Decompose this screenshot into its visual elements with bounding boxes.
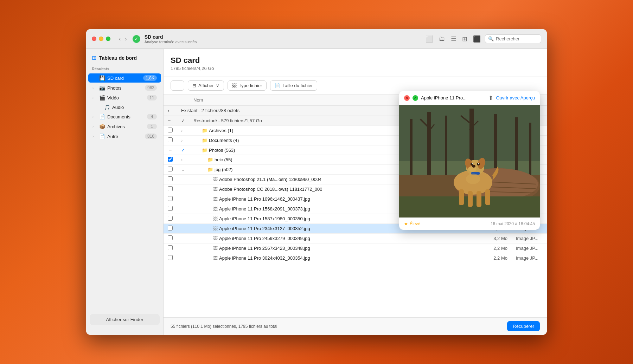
content-header: SD card 1795 fichiers/4,26 Go xyxy=(164,49,547,77)
main-content: ⊞ Tableau de bord Résultats 💾 SD card 1,… xyxy=(86,49,547,335)
show-finder-button[interactable]: Afficher sur Finder xyxy=(90,314,160,325)
content-subtitle: 1795 fichiers/4,26 Go xyxy=(171,66,540,71)
row-size: 3,2 Mo xyxy=(484,234,512,243)
grid-icon-btn[interactable]: ⊞ xyxy=(461,34,469,44)
taille-fichier-label: Taille du fichier xyxy=(282,83,313,88)
sidebar-item-video[interactable]: › 🎬 Vidéo 11 xyxy=(88,93,161,102)
search-icon: 🔍 xyxy=(488,36,494,41)
sidebar-sd-label: SD card xyxy=(107,76,141,81)
afficher-button[interactable]: ⊟ Afficher ∨ xyxy=(188,80,224,91)
chevron-icon: › xyxy=(92,96,97,100)
video-icon: 🎬 xyxy=(99,95,105,100)
row-checkbox[interactable] xyxy=(168,137,173,142)
other-icon: 📄 xyxy=(99,134,105,139)
preview-popup: ✕ ✓ Apple iPhone 11 Pro... ⬆ Ouvrir avec… xyxy=(399,91,540,230)
sidebar-item-documents[interactable]: › 📄 Documents 4 xyxy=(88,112,161,121)
svg-rect-4 xyxy=(445,116,447,182)
image-icon: 🖼 xyxy=(213,206,218,212)
back-button[interactable]: ‹ xyxy=(117,35,122,43)
folder-icon: 📁 xyxy=(207,167,213,172)
preview-image-container xyxy=(399,105,540,217)
maximize-button[interactable] xyxy=(106,37,110,41)
search-input[interactable] xyxy=(496,36,538,41)
row-checkbox[interactable] xyxy=(168,245,173,250)
verified-icon: ✓ xyxy=(133,35,140,43)
type-fichier-button[interactable]: 🖼 Type fichier xyxy=(228,80,267,91)
audio-icon: 🎵 xyxy=(104,104,110,110)
row-checkbox[interactable] xyxy=(168,206,173,211)
row-checkbox[interactable] xyxy=(168,176,173,181)
folder-icon: 📁 xyxy=(202,138,207,143)
sidebar-item-sd-card[interactable]: 💾 SD card 1,8K xyxy=(88,73,161,83)
row-checkbox[interactable] xyxy=(168,235,173,240)
table-row: 🖼Apple iPhone 11 Pro 3024x4032_000354.jp… xyxy=(164,253,547,263)
collapse-button[interactable]: − xyxy=(168,118,171,123)
image-icon: 🖼 xyxy=(213,236,218,241)
sidebar-other-count: 816 xyxy=(145,134,157,139)
sidebar-photos-count: 963 xyxy=(145,85,157,91)
sidebar-video-count: 11 xyxy=(147,95,157,100)
row-checkbox[interactable] xyxy=(168,216,173,221)
preview-image xyxy=(399,105,540,217)
preview-open-button[interactable]: Ouvrir avec Aperçu xyxy=(496,95,535,100)
panel-icon-btn[interactable]: ⬛ xyxy=(472,34,482,44)
sidebar: ⊞ Tableau de bord Résultats 💾 SD card 1,… xyxy=(86,49,164,335)
chevron-icon: › xyxy=(92,115,97,119)
svg-rect-8 xyxy=(529,123,531,179)
sd-card-icon: 💾 xyxy=(99,75,105,81)
row-checkbox[interactable] xyxy=(168,167,173,171)
image-icon: 🖼 xyxy=(213,177,218,182)
sidebar-header: ⊞ Tableau de bord xyxy=(86,54,163,65)
preview-share-button[interactable]: ⬆ xyxy=(488,95,493,101)
svg-point-36 xyxy=(466,174,480,184)
preview-header: ✕ ✓ Apple iPhone 11 Pro... ⬆ Ouvrir avec… xyxy=(399,91,540,105)
svg-rect-6 xyxy=(494,114,497,174)
svg-point-34 xyxy=(478,163,479,164)
window-title: SD card xyxy=(145,34,420,40)
sidebar-item-archives[interactable]: › 📦 Archives 1 xyxy=(88,122,161,131)
expand-check-icon: ✓ xyxy=(181,118,185,123)
preview-ok-button[interactable]: ✓ xyxy=(413,95,418,101)
content-area: SD card 1795 fichiers/4,26 Go — ⊟ Affich… xyxy=(164,49,547,335)
row-checkbox[interactable] xyxy=(168,128,173,132)
row-checkbox[interactable] xyxy=(168,226,173,230)
app-window: ‹ › ✓ SD card Analyse terminée avec succ… xyxy=(86,29,547,335)
sidebar-item-audio[interactable]: 🎵 Audio xyxy=(88,103,161,111)
sidebar-item-photos[interactable]: › 📷 Photos 963 xyxy=(88,83,161,92)
forward-button[interactable]: › xyxy=(123,35,128,43)
row-checkbox[interactable] xyxy=(168,157,173,162)
dashboard-icon: ⊞ xyxy=(92,54,96,61)
afficher-label: Afficher xyxy=(198,83,214,88)
preview-filename: Apple iPhone 11 Pro... xyxy=(421,95,486,100)
traffic-lights xyxy=(92,37,110,41)
taille-fichier-button[interactable]: 📄 Taille du fichier xyxy=(270,80,317,91)
row-checkbox[interactable] xyxy=(168,196,173,201)
status-text: 55 fichiers (110,1 Mo) sélectionnés, 179… xyxy=(171,324,277,329)
row-collapse-btn[interactable]: − xyxy=(169,147,172,153)
row-name: 🖼Apple iPhone 11 Pro 2567x3423_000348.jp… xyxy=(189,243,441,253)
table-row: 🖼Apple iPhone 11 Pro 2567x3423_000348.jp… xyxy=(164,243,547,253)
sidebar-other-label: Autre xyxy=(107,134,143,139)
close-button[interactable] xyxy=(92,37,96,41)
list-icon-btn[interactable]: ☰ xyxy=(449,34,458,44)
sidebar-footer: Afficher sur Finder xyxy=(86,310,163,329)
minus-button[interactable]: — xyxy=(171,80,184,91)
recover-button[interactable]: Récupérer xyxy=(507,321,540,331)
sidebar-item-other[interactable]: › 📄 Autre 816 xyxy=(88,132,161,141)
preview-date: 16 mai 2020 à 18:04:45 xyxy=(491,221,535,226)
image-icon: 🖼 xyxy=(213,246,218,251)
rating-label: Élevé xyxy=(410,221,420,226)
row-type: Image JP... xyxy=(512,243,547,253)
preview-close-button[interactable]: ✕ xyxy=(404,95,410,101)
chevron-icon: › xyxy=(92,86,97,90)
sidebar-section-label: Résultats xyxy=(86,65,163,73)
content-title: SD card xyxy=(171,56,540,65)
sidebar-title: Tableau de bord xyxy=(99,55,137,61)
svg-rect-3 xyxy=(427,112,431,182)
archives-icon: 📦 xyxy=(99,124,105,129)
folder-icon-btn[interactable]: 🗂 xyxy=(437,34,447,44)
row-checkbox[interactable] xyxy=(168,186,173,191)
row-checkbox[interactable] xyxy=(168,255,173,260)
document-icon-btn[interactable]: ⬜ xyxy=(424,34,435,44)
minimize-button[interactable] xyxy=(99,37,103,41)
